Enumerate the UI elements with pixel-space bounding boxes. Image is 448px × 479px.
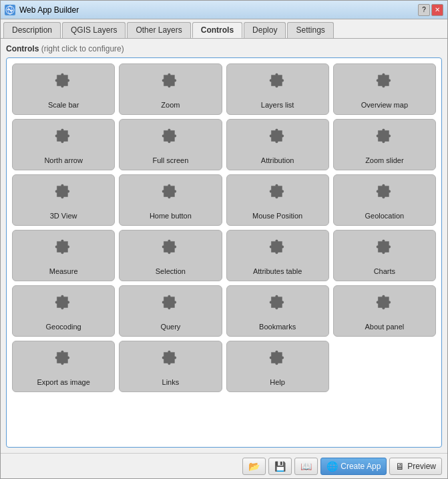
- tab-bar: Description QGIS Layers Other Layers Con…: [1, 19, 447, 39]
- control-label: Home button: [150, 212, 192, 220]
- controls-grid-container: Scale bar Zoom Layers list Overview map …: [6, 57, 442, 448]
- control-item-geocoding[interactable]: Geocoding: [12, 285, 115, 337]
- content-area: Controls (right click to configure) Scal…: [1, 39, 447, 453]
- control-item-geolocation[interactable]: Geolocation: [333, 174, 436, 226]
- puzzle-icon: [160, 348, 181, 375]
- control-item-help[interactable]: Help: [226, 341, 329, 392]
- control-item-measure[interactable]: Measure: [12, 230, 115, 281]
- control-item-attributes-table[interactable]: Attributes table: [226, 230, 329, 281]
- preview-button[interactable]: 🖥 Preview: [389, 458, 442, 475]
- control-item-bookmarks[interactable]: Bookmarks: [226, 285, 329, 337]
- create-app-label: Create App: [341, 462, 381, 471]
- puzzle-icon: [53, 237, 74, 265]
- puzzle-icon: [53, 126, 74, 154]
- puzzle-icon: [267, 237, 288, 265]
- puzzle-icon: [160, 293, 181, 320]
- globe-icon: 🌐: [326, 461, 338, 472]
- control-label: Query: [160, 323, 180, 331]
- control-item-charts[interactable]: Charts: [333, 230, 436, 281]
- puzzle-icon: [160, 237, 181, 265]
- control-item-export-as-image[interactable]: Export as image: [12, 341, 115, 392]
- control-label: Measure: [49, 267, 78, 275]
- puzzle-icon: [53, 293, 74, 320]
- control-label: Zoom slider: [365, 156, 403, 164]
- book-button[interactable]: 📖: [294, 458, 318, 475]
- save-button[interactable]: 💾: [268, 458, 292, 475]
- puzzle-icon: [53, 348, 74, 375]
- tab-qgis-layers[interactable]: QGIS Layers: [62, 22, 126, 38]
- puzzle-icon: [53, 182, 74, 209]
- puzzle-icon: [267, 71, 288, 98]
- puzzle-icon: [160, 71, 181, 98]
- tab-other-layers[interactable]: Other Layers: [127, 22, 190, 38]
- title-bar-buttons: ? ✕: [418, 4, 443, 16]
- puzzle-icon: [160, 126, 181, 154]
- control-item-query[interactable]: Query: [119, 285, 222, 337]
- control-item-zoom-slider[interactable]: Zoom slider: [333, 119, 436, 170]
- control-item-north-arrow[interactable]: North arrow: [12, 119, 115, 170]
- close-button[interactable]: ✕: [431, 4, 443, 16]
- control-item-zoom[interactable]: Zoom: [119, 63, 222, 115]
- puzzle-icon: [374, 126, 395, 154]
- puzzle-icon: [53, 71, 74, 98]
- control-item-scale-bar[interactable]: Scale bar: [12, 63, 115, 115]
- control-item-home-button[interactable]: Home button: [119, 174, 222, 226]
- control-label: Attributes table: [253, 267, 302, 275]
- control-label: Layers list: [261, 101, 294, 109]
- open-button[interactable]: 📂: [242, 458, 266, 475]
- control-label: Bookmarks: [259, 323, 296, 331]
- control-label: Scale bar: [48, 101, 79, 109]
- app-icon: [5, 5, 15, 15]
- control-item-mouse-position[interactable]: Mouse Position: [226, 174, 329, 226]
- bottom-bar: 📂 💾 📖 🌐 Create App 🖥 Preview: [1, 453, 447, 478]
- control-label: Geolocation: [365, 212, 405, 220]
- puzzle-icon: [374, 237, 395, 265]
- control-label: Mouse Position: [252, 212, 302, 220]
- puzzle-icon: [267, 126, 288, 154]
- tab-description[interactable]: Description: [3, 22, 61, 38]
- control-item-attribution[interactable]: Attribution: [226, 119, 329, 170]
- control-item-overview-map[interactable]: Overview map: [333, 63, 436, 115]
- control-label: Links: [162, 378, 180, 386]
- control-label: North arrow: [44, 156, 82, 164]
- control-item-full-screen[interactable]: Full screen: [119, 119, 222, 170]
- title-bar: Web App Builder ? ✕: [1, 1, 447, 19]
- open-icon: 📂: [248, 461, 260, 472]
- controls-label: Controls (right click to configure): [6, 44, 442, 53]
- control-label: Help: [270, 378, 285, 386]
- tab-deploy[interactable]: Deploy: [244, 22, 286, 38]
- control-item-links[interactable]: Links: [119, 341, 222, 392]
- control-label: Charts: [374, 267, 395, 275]
- tab-controls[interactable]: Controls: [192, 22, 242, 38]
- control-label: About panel: [365, 323, 405, 331]
- control-label: Overview map: [361, 101, 408, 109]
- save-icon: 💾: [274, 461, 286, 472]
- create-app-button[interactable]: 🌐 Create App: [320, 458, 387, 475]
- puzzle-icon: [267, 348, 288, 375]
- main-window: Web App Builder ? ✕ Description QGIS Lay…: [0, 0, 448, 479]
- control-label: Geocoding: [46, 323, 81, 331]
- control-label: Zoom: [161, 101, 180, 109]
- control-label: Selection: [156, 267, 186, 275]
- control-label: Full screen: [152, 156, 188, 164]
- control-label: 3D View: [50, 212, 77, 220]
- tab-settings[interactable]: Settings: [287, 22, 333, 38]
- puzzle-icon: [267, 293, 288, 320]
- help-button[interactable]: ?: [418, 4, 430, 16]
- puzzle-icon: [160, 182, 181, 209]
- window-title: Web App Builder: [19, 5, 418, 15]
- control-item-3d-view[interactable]: 3D View: [12, 174, 115, 226]
- preview-label: Preview: [407, 462, 436, 471]
- preview-icon: 🖥: [395, 461, 405, 472]
- control-label: Export as image: [37, 378, 89, 386]
- controls-grid: Scale bar Zoom Layers list Overview map …: [12, 63, 436, 392]
- puzzle-icon: [374, 182, 395, 209]
- book-icon: 📖: [300, 461, 312, 472]
- control-item-selection[interactable]: Selection: [119, 230, 222, 281]
- puzzle-icon: [374, 71, 395, 98]
- control-label: Attribution: [261, 156, 294, 164]
- puzzle-icon: [267, 182, 288, 209]
- control-item-about-panel[interactable]: About panel: [333, 285, 436, 337]
- control-item-layers-list[interactable]: Layers list: [226, 63, 329, 115]
- puzzle-icon: [374, 293, 395, 320]
